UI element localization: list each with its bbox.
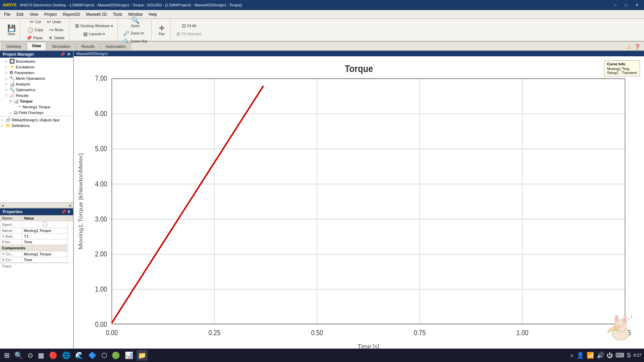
curve-info-title: Curve Info <box>607 62 637 66</box>
undo-button[interactable]: ↩ Undo <box>45 18 63 25</box>
taskbar-task-view-icon[interactable]: ⊙ <box>26 350 35 361</box>
expander-definitions: ▷ <box>1 124 5 127</box>
tree-scroll-bar: ◀ ▶ <box>0 202 73 208</box>
menu-file[interactable]: File <box>1 11 13 18</box>
expander-boundaries: ▷ <box>5 60 9 63</box>
prop-value-yco: Moving1.Torque <box>22 251 68 257</box>
tree-item-parameters[interactable]: ▷ ⚙ Parameters <box>0 70 73 75</box>
svg-rect-0 <box>74 56 644 352</box>
taskbar-usb-icon[interactable]: ⏻ <box>607 352 613 359</box>
chart-design-label: Maxwell2DDesign1 <box>76 52 108 56</box>
tab-desktop[interactable]: Desktop <box>1 43 26 50</box>
excitations-label: Excitations <box>16 65 35 69</box>
zoom-icon: 🔍 <box>131 16 140 24</box>
tree-item-rmxprt[interactable]: ▷ 🔗 RMxprtDesign1 (Adjust-Spe <box>0 117 73 123</box>
prop-row-xco: X Co... Time <box>0 257 73 263</box>
taskbar-network-icon[interactable]: 👤 <box>577 352 584 359</box>
zoom-in-button[interactable]: 🔎 Zoom In <box>121 29 149 37</box>
taskbar-app-7[interactable]: 📊 <box>123 350 135 361</box>
tree-item-boundaries[interactable]: ▷ 🔲 Boundaries <box>0 58 73 64</box>
curve-info-box: Curve Info Moving1.Torg Setup1 : Transie… <box>604 60 640 76</box>
menu-view[interactable]: View <box>27 11 41 18</box>
zoom-button[interactable]: 🔍 Zoom <box>128 15 142 29</box>
close-button[interactable]: ✕ <box>633 2 641 8</box>
tree-item-optimetrics[interactable]: ▷ 🔍 Optimetrics <box>0 87 73 93</box>
taskbar-app-2[interactable]: 🌐 <box>61 350 72 361</box>
tree-item-moving1-torque[interactable]: 〰 Moving1.Torque <box>0 104 73 110</box>
layouts-button[interactable]: ▤ Layouts ▾ <box>81 30 108 38</box>
menu-project[interactable]: Project <box>42 11 59 18</box>
taskbar-sinri-logo: S <box>627 352 631 359</box>
svg-text:7.00: 7.00 <box>95 74 107 82</box>
save-label: Save <box>8 32 15 36</box>
taskbar-app-4[interactable]: 🔷 <box>87 350 98 361</box>
tab-results[interactable]: Results <box>76 43 100 50</box>
taskbar-app-1[interactable]: 🔴 <box>48 350 59 361</box>
menu-maxwell2d[interactable]: Maxwell 2D <box>84 11 110 18</box>
taskbar-grid-icon[interactable]: ▦ <box>37 350 46 361</box>
tab-automation[interactable]: Automation <box>100 43 131 50</box>
taskbar-time[interactable]: 8:27 <box>634 353 641 358</box>
prop-value-speci[interactable] <box>22 221 68 228</box>
menu-edit[interactable]: Edit <box>14 11 26 18</box>
trace-label: Trace <box>0 263 73 269</box>
scroll-left-arrow[interactable]: ◀ <box>1 204 4 207</box>
svg-text:6.00: 6.00 <box>95 110 107 118</box>
tree-item-torque[interactable]: ▽ 📊 Torque <box>0 98 73 104</box>
chart-container[interactable]: Curve Info Moving1.Torg Setup1 : Transie… <box>74 56 644 352</box>
taskbar-app-3[interactable]: 🌊 <box>74 350 85 361</box>
project-manager-header: Project Manager 📌 ✕ <box>0 51 73 58</box>
expander-excitations: ▷ <box>5 65 9 69</box>
menu-report2d[interactable]: Report2D <box>60 11 83 18</box>
taskbar-windows-icon[interactable]: ⊞ <box>3 350 11 361</box>
maximize-button[interactable]: □ <box>622 2 630 8</box>
cut-button[interactable]: ✂ Cut <box>28 18 43 25</box>
delete-icon: ✕ <box>49 35 53 41</box>
tree-item-results[interactable]: ▽ 📈 Results <box>0 93 73 98</box>
delete-button[interactable]: ✕ Delete <box>46 34 67 42</box>
copy-button[interactable]: 📋 Copy <box>25 26 46 34</box>
pan-button[interactable]: ✛ Pan <box>155 23 168 37</box>
pin-props-icon[interactable]: 📌 <box>61 209 66 214</box>
taskbar-volume-icon[interactable]: 🔊 <box>597 352 604 359</box>
expander-analysis: ▷ <box>5 82 9 86</box>
tree-item-mesh-operations[interactable]: ▷ 🔧 Mesh Operations <box>0 75 73 81</box>
speci-checkbox[interactable] <box>43 222 47 226</box>
save-button[interactable]: 💾 Save <box>5 23 18 37</box>
close-panel-icon[interactable]: ✕ <box>67 52 70 57</box>
paste-button[interactable]: 📌 Paste <box>24 34 45 42</box>
fit-all-button[interactable]: ⊡ Fit All <box>179 22 199 29</box>
fit-selected-button[interactable]: ⊞ Fit Selected <box>174 30 204 38</box>
project-tree: ▷ 🔲 Boundaries ▷ ⚡ Excitations ▷ ⚙ Param… <box>0 58 73 202</box>
taskbar-app-8[interactable]: 📁 <box>137 350 148 361</box>
mascot-decoration: z z z ★ ✦ <box>604 312 637 342</box>
prop-row-name: Name Moving1.Torque <box>0 228 73 234</box>
taskbar-input-icon[interactable]: ⌨ <box>615 352 624 359</box>
prop-header-row: Name Value <box>0 216 73 221</box>
tree-item-definitions[interactable]: ▷ 📁 Definitions <box>0 123 73 128</box>
minimize-button[interactable]: ─ <box>611 2 620 8</box>
tree-item-field-overlays[interactable]: ▷ 🗂 Field Overlays <box>0 110 73 115</box>
taskbar-app-6[interactable]: 🟢 <box>110 350 121 361</box>
scroll-right-arrow[interactable]: ▶ <box>69 204 72 207</box>
svg-point-40 <box>622 326 625 328</box>
properties-header: Properties 📌 ✕ <box>0 208 73 215</box>
redo-button[interactable]: ↪ Redo <box>47 26 66 34</box>
pin-icon[interactable]: 📌 <box>60 52 65 57</box>
taskbar-app-5[interactable]: ⬡ <box>100 350 108 361</box>
tree-item-analysis[interactable]: ▷ 📊 Analysis <box>0 81 73 87</box>
help-icon[interactable]: ❓ <box>634 44 641 50</box>
taskbar-chevron-up-icon[interactable]: ∧ <box>570 352 574 359</box>
tree-item-excitations[interactable]: ▷ ⚡ Excitations <box>0 64 73 70</box>
taskbar-wifi-icon[interactable]: 📶 <box>587 352 594 359</box>
docking-windows-button[interactable]: ⊞ Docking Windows ▾ <box>73 22 115 29</box>
chart-title-bar: Maxwell2DDesign1 <box>74 51 644 56</box>
tab-simulation[interactable]: Simulation <box>47 43 75 50</box>
close-props-icon[interactable]: ✕ <box>67 209 70 214</box>
menu-tools[interactable]: Tools <box>110 11 125 18</box>
main-layout: Project Manager 📌 ✕ ▷ 🔲 Boundaries ▷ ⚡ E… <box>0 51 644 352</box>
tab-view[interactable]: View <box>27 42 46 50</box>
menu-help[interactable]: Help <box>146 11 160 18</box>
optimetrics-label: Optimetrics <box>16 88 35 92</box>
taskbar-search-icon[interactable]: 🔍 <box>13 350 24 361</box>
